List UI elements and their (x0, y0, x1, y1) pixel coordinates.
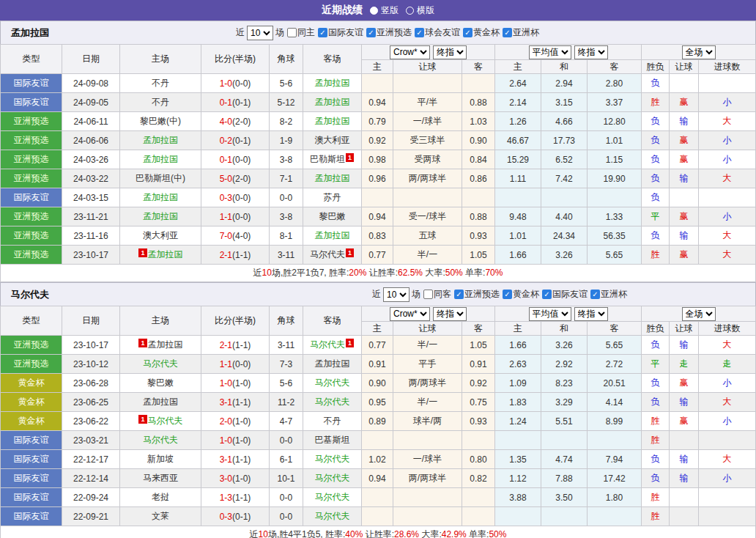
stats-summary: 近10场,胜2平1负7, 胜率:20% 让胜率:62.5% 大率:50% 单率:… (1, 265, 756, 282)
league-filter-checkbox[interactable]: ✓亚洲杯 (590, 288, 627, 301)
odds-home-cell: 0.89 (362, 412, 393, 431)
odds-handicap-cell (393, 507, 462, 526)
avg-draw-cell: 3.26 (541, 336, 588, 355)
home-team-cell: 马尔代夫 (120, 431, 201, 450)
match-type-badge: 国际友谊 (1, 93, 62, 112)
winloss-result-cell: 负 (642, 374, 670, 393)
halftime-score: (2-0) (232, 174, 251, 184)
checkbox-unchecked-icon (287, 28, 297, 37)
same-venue-checkbox[interactable]: 同主 (286, 26, 315, 39)
goals-result-cell: 小 (699, 150, 756, 169)
league-filter-checkbox[interactable]: ✓黄金杯 (462, 26, 500, 39)
avg-away-cell: 8.99 (588, 412, 642, 431)
odds-away-cell (462, 188, 495, 207)
league-filter-checkbox[interactable]: ✓亚洲预选 (453, 288, 500, 301)
odds-away-cell: 1.03 (462, 112, 495, 131)
home-team-cell: 孟加拉国 (120, 393, 201, 412)
league-filter-checkbox[interactable]: ✓亚洲预选 (366, 26, 412, 39)
winloss-result-cell: 负 (642, 131, 670, 150)
away-team-cell: 马尔代夫 (303, 374, 362, 393)
odds-handicap-cell: 五球 (393, 226, 462, 246)
corner-cell: 8-1 (270, 226, 303, 246)
odds-away-cell: 0.75 (462, 393, 495, 412)
scope-select[interactable]: 全场 (682, 45, 716, 59)
league-filter-checkbox[interactable]: ✓国际友谊 (317, 26, 363, 39)
col-odds-away: 客 (462, 322, 495, 336)
home-team-cell: 巴勒斯坦(中) (120, 169, 201, 188)
team-name: 黎巴嫩(中) (140, 116, 181, 126)
halftime-score: (1-0) (232, 416, 251, 427)
odds-home-cell: 0.95 (362, 393, 393, 412)
league-filter-checkbox[interactable]: ✓亚洲杯 (502, 26, 539, 39)
match-type-badge: 亚洲预选 (1, 336, 62, 355)
match-type-badge: 黄金杯 (1, 374, 62, 393)
radio-vertical-layout[interactable]: 竖版 (370, 4, 399, 17)
match-count-select[interactable]: 10 (383, 287, 410, 302)
avg-draw-cell (541, 431, 588, 450)
col-avg-draw: 和 (541, 60, 588, 74)
section-header: 孟加拉国 近10场同主✓国际友谊✓亚洲预选✓球会友谊✓黄金杯✓亚洲杯 (0, 21, 756, 44)
average-stage-select[interactable]: 终指 (574, 45, 608, 59)
match-count-select[interactable]: 10 (247, 26, 273, 40)
team-name: 孟加拉国 (315, 173, 350, 183)
home-team-cell: 孟加拉国 (120, 131, 201, 150)
avg-away-cell: 5.65 (588, 246, 642, 265)
odds-handicap-cell: 球半/两 (393, 412, 462, 431)
odds-stage-select[interactable]: 终指 (433, 307, 467, 321)
corner-cell: 7-3 (270, 355, 303, 374)
summary-label: 大率: (423, 268, 445, 278)
odds-stage-select[interactable]: 终指 (433, 45, 467, 59)
odds-handicap-cell: 平/半 (393, 93, 462, 112)
team-name: 马尔代夫 (315, 377, 350, 388)
corner-cell: 5-6 (270, 74, 303, 93)
match-date-cell: 24-09-05 (62, 93, 120, 112)
odds-handicap-cell (393, 74, 462, 93)
same-venue-checkbox[interactable]: 同客 (423, 288, 451, 301)
odds-away-cell (462, 74, 495, 93)
odds-away-cell: 0.84 (462, 150, 495, 169)
scope-select[interactable]: 全场 (682, 307, 716, 321)
halftime-score: (1-0) (232, 473, 251, 484)
halftime-score: (0-0) (232, 155, 251, 165)
odds-home-cell: 0.77 (362, 336, 393, 355)
avg-home-cell: 2.14 (495, 93, 541, 112)
league-filter-checkbox[interactable]: ✓国际友谊 (541, 288, 588, 301)
score-cell: 1-0(1-0) (201, 431, 270, 450)
league-filter-label: 黄金杯 (513, 288, 539, 301)
winloss-result-cell: 胜 (642, 93, 670, 112)
average-stage-select[interactable]: 终指 (574, 307, 608, 321)
avg-home-cell: 3.88 (495, 488, 541, 507)
team-name: 不丹 (152, 97, 169, 107)
odds-home-cell (362, 431, 393, 450)
col-date: 日期 (62, 306, 120, 336)
away-team-cell: 澳大利亚 (303, 131, 362, 150)
radio-horizontal-layout[interactable]: 横版 (406, 4, 434, 17)
col-odds-handicap: 让球 (393, 322, 462, 336)
handicap-result-cell: 赢 (670, 93, 699, 112)
away-team-cell: 孟加拉国 (303, 93, 362, 112)
average-select[interactable]: 平均值 (529, 45, 571, 59)
avg-home-cell: 1.09 (495, 374, 541, 393)
bookmaker-select[interactable]: Crow* (390, 307, 430, 321)
bookmaker-select[interactable]: Crow* (390, 45, 430, 59)
avg-draw-cell: 2.92 (541, 355, 588, 374)
odds-home-cell: 0.77 (362, 246, 393, 265)
match-type-badge: 国际友谊 (1, 431, 62, 450)
col-winloss: 胜负 (642, 322, 670, 336)
handicap-result-cell: 赢 (670, 374, 699, 393)
summary-value: 40% (345, 529, 363, 538)
corner-cell: 8-2 (270, 112, 303, 131)
same-venue-label: 同客 (434, 288, 451, 301)
match-date-cell: 22-09-21 (62, 507, 120, 526)
match-row: 亚洲预选24-03-26孟加拉国0-1(0-0)3-8巴勒斯坦10.98受两球0… (1, 150, 756, 169)
league-filter-checkbox[interactable]: ✓黄金杯 (502, 288, 539, 301)
handicap-result-cell: 走 (670, 355, 699, 374)
avg-draw-cell: 7.42 (541, 169, 588, 188)
avg-home-cell: 2.64 (495, 74, 541, 93)
league-filter-checkbox[interactable]: ✓球会友谊 (414, 26, 460, 39)
avg-away-cell: 12.80 (588, 112, 642, 131)
odds-home-cell: 0.90 (362, 374, 393, 393)
goals-result-cell: 小 (699, 374, 756, 393)
score-cell: 1-1(0-0) (201, 355, 270, 374)
average-select[interactable]: 平均值 (529, 307, 571, 321)
